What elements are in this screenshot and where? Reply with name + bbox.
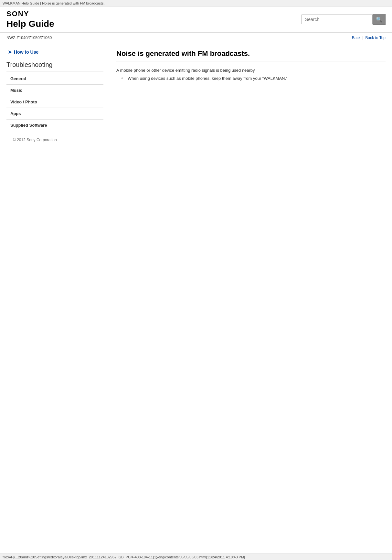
- content-list: When using devices such as mobile phones…: [116, 76, 386, 81]
- browser-title-text: WALKMAN Help Guide | Noise is generated …: [3, 1, 104, 5]
- main-content: ➤ How to Use Troubleshooting General Mus…: [0, 43, 392, 152]
- copyright-text: © 2012 Sony Corporation: [13, 138, 57, 142]
- footer: © 2012 Sony Corporation: [6, 131, 103, 145]
- sony-logo: SONY: [6, 10, 54, 18]
- nav-bar: NWZ-Z1040/Z1050/Z1060 Back | Back to Top: [0, 33, 392, 43]
- sidebar-item-music[interactable]: Music: [6, 85, 103, 96]
- content-area: Noise is generated with FM broadcasts. A…: [110, 49, 386, 145]
- search-icon: 🔍: [376, 16, 382, 23]
- how-to-use-link[interactable]: ➤ How to Use: [8, 49, 103, 55]
- troubleshooting-title: Troubleshooting: [6, 61, 103, 71]
- troubleshooting-section: Troubleshooting General Music Video / Ph…: [6, 61, 103, 131]
- header-left: SONY Help Guide: [6, 10, 54, 29]
- sidebar-item-supplied-software[interactable]: Supplied Software: [6, 120, 103, 131]
- sidebar-item-video-photo[interactable]: Video / Photo: [6, 96, 103, 108]
- status-bar-text: file:///F|/...20and%20Settings/editorala…: [3, 555, 245, 559]
- chevron-right-icon: ➤: [8, 49, 12, 55]
- back-link[interactable]: Back: [352, 36, 361, 40]
- device-model: NWZ-Z1040/Z1050/Z1060: [6, 36, 52, 40]
- search-input[interactable]: [302, 15, 373, 24]
- help-guide-title: Help Guide: [6, 19, 54, 29]
- nav-links: Back | Back to Top: [352, 36, 386, 40]
- status-bar: file:///F|/...20and%20Settings/editorala…: [0, 554, 392, 560]
- back-to-top-link[interactable]: Back to Top: [366, 36, 386, 40]
- search-button[interactable]: 🔍: [373, 14, 386, 25]
- how-to-use-label: How to Use: [14, 49, 38, 55]
- sidebar-item-apps[interactable]: Apps: [6, 108, 103, 120]
- header: SONY Help Guide 🔍: [0, 6, 392, 33]
- search-container: 🔍: [302, 14, 386, 25]
- page-title: Noise is generated with FM broadcasts.: [116, 49, 386, 61]
- sidebar-item-general[interactable]: General: [6, 73, 103, 85]
- browser-title-bar: WALKMAN Help Guide | Noise is generated …: [0, 0, 392, 6]
- nav-separator: |: [362, 36, 363, 40]
- sidebar: ➤ How to Use Troubleshooting General Mus…: [6, 49, 103, 145]
- list-item: When using devices such as mobile phones…: [123, 76, 386, 81]
- content-intro: A mobile phone or other device emitting …: [116, 68, 386, 73]
